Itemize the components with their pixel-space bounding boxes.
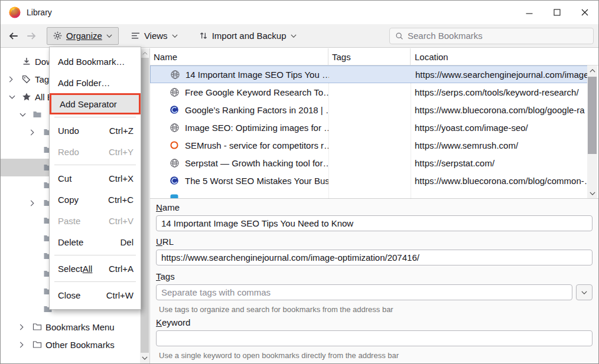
keyword-help-text: Use a single keyword to open bookmarks d… [159, 351, 593, 360]
column-header-tags[interactable]: Tags [328, 48, 411, 65]
chevron-right-icon[interactable] [19, 324, 32, 330]
scroll-up-button[interactable] [587, 65, 597, 76]
teal-favicon [170, 194, 180, 199]
firefox-logo-icon [8, 6, 21, 19]
sidebar-item-label: Other Bookmarks [45, 340, 115, 350]
menu-item-add-separator[interactable]: Add Separator [50, 93, 141, 114]
globe-icon [170, 158, 180, 168]
bookmark-row[interactable]: The 5 Worst SEO Mistakes Your Bus… https… [150, 172, 588, 189]
organize-button[interactable]: Organize [47, 27, 119, 45]
import-export-icon [199, 31, 208, 40]
maximize-icon [554, 9, 561, 16]
chevron-right-icon[interactable] [9, 76, 22, 83]
back-button[interactable] [6, 29, 21, 43]
maximize-button[interactable] [543, 1, 571, 24]
sidebar-item-label: Bookmarks Menu [45, 322, 115, 332]
orange-ring-favicon [170, 140, 180, 150]
menu-item-select-all[interactable]: Select AllCtrl+A [50, 258, 141, 279]
bookmark-location: https://serps.com/tools/keyword-research… [411, 87, 588, 97]
scrollbar-thumb[interactable] [588, 77, 597, 154]
keyword-field[interactable] [156, 330, 593, 346]
bookmark-location: https://serpstat.com/ [411, 158, 588, 168]
back-arrow-icon [8, 31, 19, 41]
shortcut-label: Ctrl+Z [103, 126, 134, 136]
menu-item-cut[interactable]: CutCtrl+X [50, 168, 141, 189]
blue-favicon [170, 105, 180, 115]
chevron-down-icon[interactable] [9, 95, 22, 99]
shortcut-label: Ctrl+C [102, 195, 134, 205]
name-field-label: Name [156, 202, 593, 213]
menu-separator [54, 165, 136, 165]
bookmark-row[interactable]: SEMrush - service for competitors r… htt… [150, 136, 588, 154]
organize-button-label: Organize [66, 31, 102, 41]
folder-icon [32, 340, 45, 349]
import-and-backup-label: Import and Backup [212, 31, 287, 41]
shortcut-label: Del [114, 237, 134, 247]
menu-item-undo[interactable]: UndoCtrl+Z [50, 120, 141, 141]
menu-item-redo[interactable]: RedoCtrl+Y [50, 141, 141, 162]
bookmark-row[interactable] [150, 189, 588, 198]
close-icon [581, 9, 588, 16]
folder-icon [32, 322, 45, 332]
chevron-down-icon [291, 34, 297, 38]
bookmark-location: https://yoast.com/image-seo/ [411, 123, 588, 133]
shortcut-label: Ctrl+A [103, 264, 134, 274]
scroll-down-button[interactable] [587, 188, 597, 198]
chevron-down-icon [581, 291, 587, 294]
globe-icon [170, 87, 180, 97]
tags-field[interactable] [156, 284, 572, 300]
menu-item-paste[interactable]: PasteCtrl+V [50, 210, 141, 231]
views-list-icon [131, 31, 140, 40]
minimize-button[interactable] [515, 1, 543, 24]
column-header-location[interactable]: Location [411, 48, 599, 65]
scrollbar-thumb[interactable] [141, 58, 149, 353]
bookmark-row[interactable]: Free Google Keyword Research To… https:/… [150, 83, 588, 101]
shortcut-label: Ctrl+Y [103, 147, 134, 157]
sidebar-item-other-bookmarks[interactable]: Other Bookmarks [1, 336, 140, 353]
bookmark-location: https://www.searchenginejournal.com/imag… [411, 70, 587, 80]
menu-item-add-bookmark[interactable]: Add Bookmark… [50, 51, 141, 72]
scroll-up-button[interactable] [140, 48, 149, 58]
menu-item-add-folder[interactable]: Add Folder… [50, 72, 141, 93]
bookmark-name: Google’s Ranking Factors in 2018 | … [185, 105, 328, 115]
menu-item-copy[interactable]: CopyCtrl+C [50, 189, 141, 210]
library-window: Library Organize [0, 0, 599, 364]
globe-icon [170, 123, 180, 133]
chevron-down-icon [172, 34, 178, 38]
search-box [389, 28, 594, 44]
tags-help-text: Use tags to organize and search for book… [159, 305, 593, 314]
tags-dropdown-button[interactable] [576, 284, 593, 300]
bookmark-row[interactable]: Serpstat — Growth hacking tool for… http… [150, 154, 588, 172]
bookmark-location: https://www.bluecorona.com/blog/google-r… [411, 105, 588, 115]
chevron-right-icon[interactable] [30, 200, 43, 206]
import-and-backup-button[interactable]: Import and Backup [193, 27, 303, 45]
bookmark-row[interactable]: Google’s Ranking Factors in 2018 | … htt… [150, 101, 588, 119]
bookmark-row[interactable]: Image SEO: Optimizing images for … https… [150, 119, 588, 136]
menu-item-close[interactable]: CloseCtrl+W [50, 284, 141, 306]
url-field-label: URL [156, 237, 593, 247]
close-button[interactable] [571, 1, 598, 24]
bookmark-row[interactable]: 14 Important Image SEO Tips You … https:… [150, 65, 588, 83]
minimize-icon [526, 9, 533, 16]
bookmark-list-pane: Name Tags Location 14 Important Image SE… [149, 48, 599, 198]
chevron-right-icon[interactable] [19, 342, 32, 348]
name-field[interactable] [156, 215, 593, 231]
chevron-down-icon[interactable] [19, 113, 32, 117]
download-icon [22, 57, 35, 66]
views-button-label: Views [144, 31, 168, 41]
menu-item-delete[interactable]: DeleteDel [50, 231, 141, 252]
menu-separator [54, 255, 136, 255]
bookmark-name: 14 Important Image SEO Tips You … [185, 70, 329, 80]
url-field[interactable] [156, 250, 593, 265]
bookmark-name: Serpstat — Growth hacking tool for… [185, 158, 328, 168]
search-icon [395, 32, 403, 40]
forward-button[interactable] [24, 29, 38, 43]
views-button[interactable]: Views [125, 27, 184, 45]
chevron-right-icon[interactable] [30, 129, 43, 136]
sidebar-item-bookmarks-menu[interactable]: Bookmarks Menu [1, 318, 140, 336]
search-input[interactable] [408, 31, 588, 41]
column-header-name[interactable]: Name [150, 48, 328, 65]
sidebar-scrollbar[interactable] [140, 48, 149, 363]
list-scrollbar[interactable] [587, 65, 597, 198]
scroll-down-button[interactable] [140, 353, 149, 363]
